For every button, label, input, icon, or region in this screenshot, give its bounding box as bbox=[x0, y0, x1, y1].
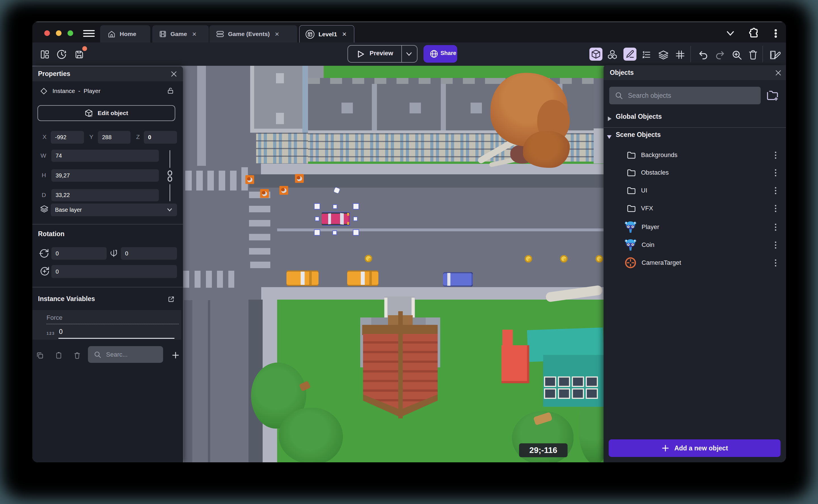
svg-text:3D: 3D bbox=[89, 115, 92, 117]
